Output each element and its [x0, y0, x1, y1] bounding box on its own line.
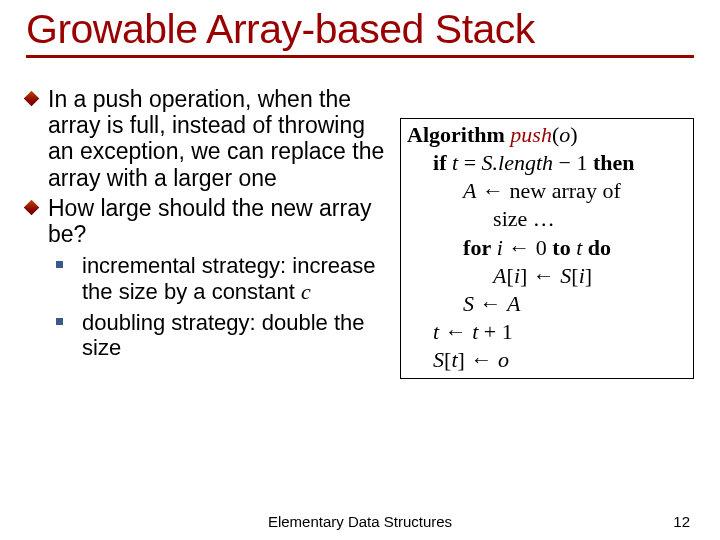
- var-A2: A: [493, 263, 506, 288]
- kw-if: if: [433, 150, 446, 175]
- var-c: c: [301, 279, 311, 304]
- algo-copy-line: A[i] ← S[i]: [407, 262, 687, 290]
- body-wrap: In a push operation, when the array is f…: [26, 86, 694, 379]
- eq: =: [458, 150, 481, 175]
- var-A3: A: [507, 291, 520, 316]
- algo-newarray-1: A ← new array of: [407, 177, 687, 205]
- algo-if-line: if t = S.length − 1 then: [407, 149, 687, 177]
- kw-for: for: [463, 235, 491, 260]
- var-A: A: [463, 178, 476, 203]
- var-S3: S: [463, 291, 474, 316]
- slide: Growable Array-based Stack In a push ope…: [0, 0, 720, 540]
- arrow5: ←: [465, 347, 498, 372]
- var-S: S: [482, 150, 493, 175]
- one: 1: [577, 150, 588, 175]
- arrow3: ←: [474, 291, 507, 316]
- plus: +: [478, 319, 501, 344]
- arrow: ←: [477, 178, 510, 203]
- arrow2: ←: [527, 263, 560, 288]
- slide-number: 12: [673, 513, 690, 530]
- zero: 0: [536, 235, 547, 260]
- rp: ): [570, 122, 577, 147]
- lbr: [: [507, 263, 514, 288]
- algorithm-box: Algorithm push(o) if t = S.length − 1 th…: [400, 118, 694, 379]
- var-o2: o: [498, 347, 509, 372]
- one2: 1: [502, 319, 513, 344]
- kw-to: to: [552, 235, 570, 260]
- fn-push: push: [510, 122, 552, 147]
- newarr2: size …: [493, 206, 555, 231]
- algo-st-o-line: S[t] ← o: [407, 346, 687, 374]
- kw-do: do: [588, 235, 611, 260]
- arrow4: ←: [439, 319, 472, 344]
- left-column: In a push operation, when the array is f…: [26, 86, 392, 379]
- length: .length: [493, 150, 554, 175]
- newarr1: new array of: [510, 178, 621, 203]
- algo-t-inc-line: t ← t + 1: [407, 318, 687, 346]
- bullet-push-operation: In a push operation, when the array is f…: [26, 86, 392, 191]
- main-list: In a push operation, when the array is f…: [26, 86, 392, 247]
- kw-algorithm: Algorithm: [407, 122, 505, 147]
- algo-s-a-line: S ← A: [407, 290, 687, 318]
- algo-for-line: for i ← 0 to t do: [407, 234, 687, 262]
- algo-newarray-2: size …: [407, 205, 687, 233]
- sub-bullet-doubling: doubling strategy: double the size: [56, 310, 392, 361]
- sub-text: incremental strategy: increase the size …: [82, 253, 375, 303]
- sub-bullet-incremental: incremental strategy: increase the size …: [56, 253, 392, 304]
- bullet-text: How large should the new array be?: [48, 195, 371, 247]
- bullet-how-large: How large should the new array be?: [26, 195, 392, 247]
- rbr2: ]: [585, 263, 592, 288]
- lbr2: [: [571, 263, 578, 288]
- slide-title: Growable Array-based Stack: [26, 6, 694, 58]
- sub-list: incremental strategy: increase the size …: [26, 253, 392, 360]
- var-S4: S: [433, 347, 444, 372]
- footer-label: Elementary Data Structures: [268, 513, 452, 530]
- var-S2: S: [560, 263, 571, 288]
- minus: −: [553, 150, 576, 175]
- rbr3: ]: [458, 347, 465, 372]
- sub-text: doubling strategy: double the size: [82, 310, 365, 360]
- var-t2: t: [576, 235, 582, 260]
- kw-then: then: [593, 150, 635, 175]
- arrow: ←: [503, 235, 536, 260]
- param-o: o: [559, 122, 570, 147]
- right-column: Algorithm push(o) if t = S.length − 1 th…: [400, 86, 694, 379]
- bullet-text: In a push operation, when the array is f…: [48, 86, 384, 191]
- algo-header: Algorithm push(o): [407, 121, 687, 149]
